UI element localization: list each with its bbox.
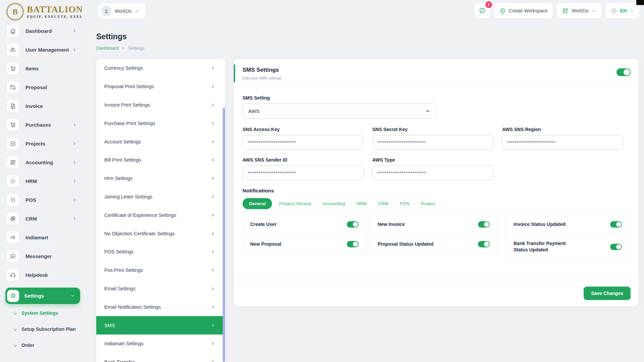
new-invoice-toggle[interactable] [478, 221, 490, 228]
sms-enabled-toggle[interactable] [616, 68, 631, 76]
chat-icon [7, 250, 19, 262]
sidebar-item-purchases[interactable]: Purchases [0, 119, 86, 131]
sidebar-item-label: Helpdesk [25, 272, 86, 278]
sidebar-item-messenger[interactable]: Messenger [0, 250, 86, 262]
sidebar-item-label: Projects [25, 141, 72, 146]
settings-menu-item-sms[interactable]: SMS [96, 316, 225, 335]
sidebar-item-indiamart[interactable]: Indiamart [0, 231, 86, 243]
scrollbar-thumb[interactable] [223, 108, 225, 362]
sidebar-item-invoice[interactable]: Invoice [0, 100, 86, 112]
chevron-right-icon [211, 360, 215, 362]
messages-button[interactable]: 0 [475, 3, 490, 18]
settings-menu-label: POS Settings [104, 249, 133, 254]
aws-sns-region-input[interactable] [502, 135, 623, 150]
sns-secret-key-input[interactable] [372, 135, 493, 150]
tab-crm[interactable]: CRM [374, 198, 393, 209]
create-workspace-label: Create Workspace [509, 8, 548, 13]
sidebar-item-items[interactable]: Items [0, 62, 86, 74]
sidebar-item-user-management[interactable]: User Management [0, 44, 86, 56]
chevron-right-icon [211, 140, 215, 144]
app-switcher-button[interactable]: WorkDo [557, 3, 601, 18]
settings-menu-item-certificate-of-experience-settings[interactable]: Certificate of Experience Settings [96, 206, 225, 224]
settings-menu-item-bank-transfer[interactable]: Bank Transfer [96, 353, 225, 362]
sidebar-item-projects[interactable]: Projects [0, 137, 86, 149]
notification-row-invoice-status-updated: Invoice Status Updated [506, 214, 630, 234]
settings-menu-item-invoice-print-settings[interactable]: Invoice Print Settings [96, 96, 225, 114]
tab-pos[interactable]: POS [395, 198, 414, 209]
settings-menu-label: Email Notification Settings [104, 304, 161, 310]
sidebar-item-settings[interactable]: ⚙ Settings [5, 288, 80, 304]
sidebar-subitem-system-settings[interactable]: System Settings [13, 309, 86, 317]
sidebar-item-hrm[interactable]: HRM [0, 175, 86, 187]
aws-type-input[interactable] [372, 166, 493, 180]
chevron-right-icon [211, 232, 215, 236]
workspace-switcher[interactable]: WorkDo [99, 3, 146, 19]
bank-transfer-payment-status-updated-toggle[interactable] [610, 244, 622, 250]
sidebar-item-proposal[interactable]: Proposal [0, 81, 86, 93]
tab-project[interactable]: Project [416, 198, 439, 209]
chevron-down-icon [70, 294, 75, 298]
settings-menu-item-email-notification-settings[interactable]: Email Notification Settings [96, 298, 225, 316]
sidebar-subitem-order[interactable]: Order [13, 341, 86, 350]
settings-menu-item-currency-settings[interactable]: Currency Settings [96, 59, 225, 77]
sidebar-item-dashboard[interactable]: Dashboard [0, 25, 86, 37]
settings-menu-item-proposal-print-settings[interactable]: Proposal Print Settings [96, 77, 225, 96]
create-user-toggle[interactable] [347, 221, 359, 228]
sidebar-subitem-setup-subscription-plan[interactable]: Setup Subscription Plan [13, 325, 86, 334]
settings-menu-label: Invoice Print Settings [104, 102, 150, 108]
new-proposal-toggle[interactable] [347, 241, 359, 247]
subitem-label: System Settings [21, 310, 58, 316]
proposal-icon [7, 81, 19, 93]
bullet-icon [13, 311, 17, 315]
settings-menu-item-bill-print-settings[interactable]: Bill Print Settings [96, 151, 225, 169]
brand-monogram: B [12, 7, 18, 16]
language-code: EN [620, 8, 627, 13]
settings-menu-item-joining-letter-settings[interactable]: Joining Letter Settings [96, 188, 225, 206]
notification-row-proposal-status-updated: Proposal Status Updated [370, 234, 497, 254]
panel-footer: Save Changes [234, 280, 639, 306]
sidebar-item-label: Invoice [25, 103, 86, 109]
settings-menu-item-pos-settings[interactable]: POS Settings [96, 243, 225, 261]
users-icon [7, 44, 19, 56]
proposal-status-updated-toggle[interactable] [478, 241, 490, 247]
settings-menu-item-pos-print-settings[interactable]: Pos Print Settings [96, 261, 225, 280]
settings-menu-item-hrm-settings[interactable]: Hrm Settings [96, 169, 225, 188]
notification-row-create-user: Create User [243, 214, 366, 234]
tab-accounting[interactable]: Accounting [318, 198, 350, 209]
language-selector[interactable]: EN [605, 3, 639, 18]
plus-circle-icon [499, 8, 506, 14]
settings-menu-item-no-objection-certificate-settings[interactable]: No Objection Certificate Settings [96, 224, 225, 243]
notifications-heading: Notifications [243, 188, 630, 194]
settings-menu-label: SMS [104, 323, 115, 328]
sidebar-item-crm[interactable]: CRM [0, 213, 86, 225]
invoice-status-updated-toggle[interactable] [610, 221, 622, 228]
brand-logo[interactable]: B BATTALION EQUIP, EXECUTE, EXEL [7, 3, 83, 20]
sidebar-item-pos[interactable]: POS [0, 194, 86, 206]
sidebar-item-helpdesk[interactable]: Helpdesk [0, 269, 86, 281]
tab-hrm[interactable]: HRM [352, 198, 371, 209]
tab-product-service[interactable]: Product Service [275, 198, 315, 209]
tab-general[interactable]: General [243, 198, 272, 209]
chevron-right-icon [72, 29, 77, 33]
settings-menu-item-account-settings[interactable]: Account Settings [96, 132, 225, 151]
toggle-label: New Proposal [250, 241, 281, 247]
settings-menu-label: Indiamart Settings [104, 341, 144, 346]
sidebar-item-accounting[interactable]: Accounting [0, 156, 86, 168]
toggle-label: Bank Transfer Payment Status Updated [514, 240, 581, 253]
settings-menu-item-indiamart-settings[interactable]: Indiamart Settings [96, 335, 225, 353]
settings-menu-label: Pos Print Settings [104, 267, 143, 273]
gear-icon: ⚙ [7, 290, 19, 302]
cart-icon [7, 119, 19, 131]
settings-menu-label: Purchase Print Settings [104, 121, 155, 126]
crosshair-icon [7, 175, 19, 187]
notification-row-new-invoice: New Invoice [370, 214, 497, 234]
sms-provider-select[interactable]: AWS [243, 104, 436, 119]
settings-menu-item-purchase-print-settings[interactable]: Purchase Print Settings [96, 114, 225, 132]
chevron-right-icon [72, 123, 77, 127]
sns-access-key-input[interactable] [243, 135, 364, 150]
aws-sns-sender-id-input[interactable] [243, 166, 364, 180]
save-changes-button[interactable]: Save Changes [584, 287, 631, 300]
settings-menu-item-email-settings[interactable]: Email Settings [96, 280, 225, 298]
breadcrumb-dashboard-link[interactable]: Dashboard [96, 46, 118, 51]
create-workspace-button[interactable]: Create Workspace [494, 3, 553, 18]
